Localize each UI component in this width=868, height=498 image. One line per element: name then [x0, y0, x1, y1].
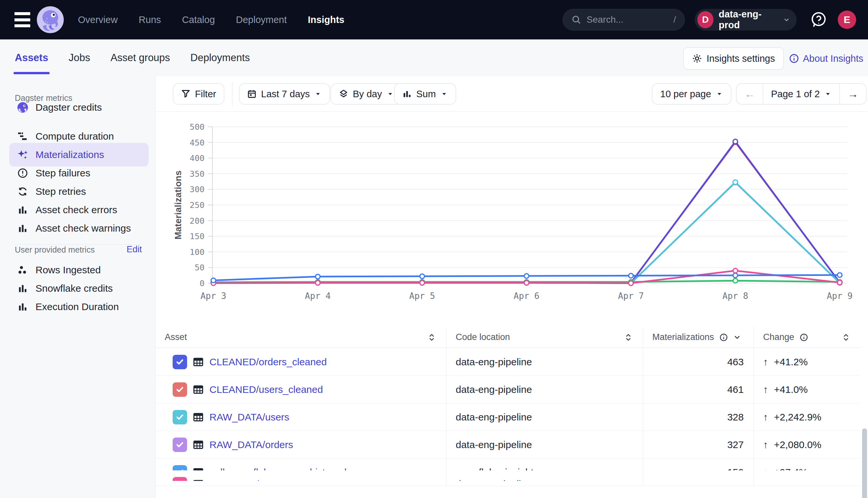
dagster-logo-icon[interactable]: [37, 6, 64, 33]
column-label: Change: [763, 332, 794, 342]
column-header-materializations[interactable]: Materializations: [643, 327, 754, 348]
sparkles-icon: [17, 149, 28, 160]
change-value: +2,150.0%: [774, 479, 821, 481]
sidebar-divider: [15, 245, 140, 245]
page-selector[interactable]: Page 1 of 2: [763, 84, 839, 104]
about-insights-label: About Insights: [803, 53, 864, 64]
chevron-down-icon[interactable]: [733, 333, 741, 341]
info-icon: [789, 54, 799, 63]
chevron-down-icon: [441, 90, 448, 97]
bar-chart-icon: [17, 301, 28, 312]
svg-text:500: 500: [190, 122, 204, 132]
edit-metrics-link[interactable]: Edit: [127, 245, 142, 254]
tab-assets[interactable]: Assets: [15, 39, 48, 76]
hamburger-menu-icon[interactable]: [14, 12, 30, 27]
nav-catalog[interactable]: Catalog: [182, 14, 215, 25]
up-arrow-icon: ↑: [763, 411, 768, 423]
column-header-asset[interactable]: Asset: [155, 327, 446, 348]
materializations-value: 463: [727, 356, 744, 368]
row-checkbox[interactable]: [173, 477, 187, 481]
insights-settings-label: Insights settings: [706, 53, 775, 64]
code-location: data-eng-pipeline: [456, 384, 532, 395]
column-header-code-location[interactable]: Code location: [446, 327, 643, 348]
code-location: data-eng-pipeline: [456, 439, 532, 450]
sidebar-item-label: Step failures: [36, 168, 90, 179]
insights-settings-button[interactable]: Insights settings: [683, 47, 784, 70]
deployment-name: data-eng-prod: [719, 9, 779, 30]
nav-deployment[interactable]: Deployment: [236, 14, 287, 25]
asset-link[interactable]: RAW_DATA/users: [209, 411, 289, 423]
table-asset-icon: [193, 357, 204, 367]
bar-chart-icon: [403, 89, 412, 99]
nav-overview[interactable]: Overview: [78, 14, 118, 25]
table-row: RAW_DATA/orders data-eng-pipeline 327 ↑+…: [155, 431, 860, 459]
info-icon[interactable]: [719, 333, 728, 342]
tab-jobs[interactable]: Jobs: [69, 39, 90, 76]
sort-icon[interactable]: [624, 333, 633, 342]
help-icon[interactable]: [809, 11, 828, 29]
row-checkbox[interactable]: [173, 382, 187, 397]
next-page-button[interactable]: →: [839, 84, 866, 104]
group-by-dropdown[interactable]: By day: [331, 83, 402, 104]
sidebar-item-execution-duration[interactable]: Execution Duration: [9, 295, 149, 319]
asset-link[interactable]: CLEANED/…: [209, 479, 269, 481]
toolbar-divider: [232, 82, 232, 106]
materializations-value: 327: [727, 439, 744, 450]
sidebar-item-label: Materializations: [36, 149, 104, 160]
bar-chart-icon: [17, 223, 28, 234]
code-location: data-eng-pipeline: [456, 411, 532, 423]
up-arrow-icon: ↑: [763, 384, 768, 395]
row-checkbox[interactable]: [173, 355, 187, 369]
user-avatar[interactable]: E: [838, 11, 856, 29]
asset-link[interactable]: RAW_DATA/orders: [209, 439, 293, 450]
row-checkbox[interactable]: [173, 410, 187, 424]
code-location: data-eng-pipeline: [456, 479, 532, 481]
dagster-octopus-icon: [17, 102, 28, 113]
svg-text:Apr 7: Apr 7: [618, 291, 644, 301]
tab-deployments[interactable]: Deployments: [190, 39, 250, 76]
table-row-clipped: CLEANED/… data-eng-pipeline 45 ↑+2,150.0…: [155, 470, 860, 481]
about-insights-link[interactable]: About Insights: [789, 47, 864, 70]
duration-icon: [17, 131, 28, 142]
table-scrollbar-thumb[interactable]: [862, 428, 867, 498]
tab-asset-groups[interactable]: Asset groups: [111, 39, 170, 76]
svg-text:50: 50: [195, 263, 204, 272]
nav-insights[interactable]: Insights: [308, 14, 344, 25]
sidebar-item-asset-check-warnings[interactable]: Asset check warnings: [9, 217, 149, 240]
svg-text:Apr 3: Apr 3: [201, 291, 226, 301]
sidebar-item-dagster-credits[interactable]: Dagster credits: [9, 95, 149, 119]
aggregation-dropdown[interactable]: Sum: [394, 83, 456, 104]
time-range-dropdown[interactable]: Last 7 days: [239, 83, 330, 104]
page-label: Page 1 of 2: [771, 89, 820, 100]
info-icon[interactable]: [800, 333, 808, 342]
asset-link[interactable]: CLEANED/users_cleaned: [209, 384, 323, 395]
alert-circle-icon: [17, 168, 28, 179]
asset-link[interactable]: CLEANED/orders_cleaned: [209, 356, 327, 368]
svg-text:Apr 6: Apr 6: [513, 291, 539, 301]
time-range-label: Last 7 days: [261, 89, 310, 100]
table-row: CLEANED/… data-eng-pipeline 45 ↑+2,150.0…: [155, 470, 860, 481]
sidebar-section-label: User provided metrics: [15, 245, 95, 254]
search-icon: [572, 15, 581, 25]
search-input[interactable]: Search... /: [563, 9, 685, 30]
change-value: +41.0%: [774, 384, 808, 395]
sort-icon[interactable]: [841, 333, 851, 342]
per-page-dropdown[interactable]: 10 per page: [652, 83, 731, 104]
row-checkbox[interactable]: [173, 437, 187, 452]
column-header-change[interactable]: Change: [754, 327, 860, 348]
materializations-chart[interactable]: 050100150200250300350400450500Apr 3Apr 4…: [155, 112, 868, 327]
nav-runs[interactable]: Runs: [139, 14, 161, 25]
materializations-value: 45: [733, 479, 744, 481]
column-label: Code location: [456, 332, 510, 342]
layers-icon: [339, 89, 348, 99]
deployment-switcher[interactable]: D data-eng-prod: [695, 9, 797, 30]
table-row: CLEANED/users_cleaned data-eng-pipeline …: [155, 376, 860, 403]
prev-page-button[interactable]: ←: [737, 84, 763, 104]
metrics-sidebar: Dagster metrics Dagster credits Compute …: [0, 76, 155, 498]
filter-button[interactable]: Filter: [173, 83, 224, 104]
chevron-down-icon: [387, 90, 394, 97]
sidebar-item-label: Rows Ingested: [36, 264, 101, 276]
change-value: +2,080.0%: [774, 439, 821, 450]
calendar-icon: [247, 89, 256, 99]
sort-icon[interactable]: [427, 333, 436, 342]
